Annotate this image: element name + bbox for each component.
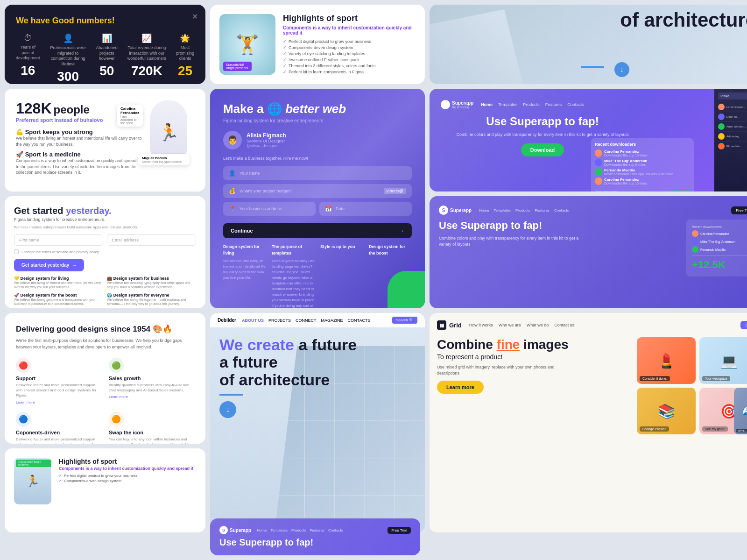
- design-item-4: 🌍 Design system for everyone We believe …: [107, 293, 196, 306]
- stats-row: ⏱ Years of pain of development 16 👤 Prof…: [16, 33, 194, 84]
- superapp-brand: Superapp Be amazing: [452, 101, 473, 109]
- submit-button[interactable]: Continue →: [223, 223, 412, 238]
- sport-badge-small: Krassetchki! Bright presents.: [16, 460, 51, 467]
- phone-row-2: Dolor sit...: [718, 112, 747, 122]
- web-profile-role: Senions UI Designer: [247, 139, 286, 143]
- img-label-5: Wind...: [736, 429, 747, 432]
- people-card: 128K people Preferred sport instead of b…: [5, 89, 205, 191]
- feat2-title: 🚀 Sport is a medicine: [16, 151, 143, 158]
- superapp-dl-logo: S Superapp: [439, 206, 472, 215]
- sport-figure-small: 🏃: [26, 475, 40, 488]
- email-input[interactable]: Email address: [107, 234, 196, 246]
- web-profile: 👨 Alisia Figmach Senions UI Designer @al…: [223, 131, 412, 149]
- feat1-desc: We believe that living an honest and int…: [16, 135, 143, 147]
- grid-images: 💄 Consider it done. 💻 Your webspace 📚 Ch…: [637, 337, 747, 434]
- web-card: Make a 🌐 better web Figma landing system…: [210, 89, 425, 308]
- design-item-1: 💛 Design system for living We believe th…: [14, 276, 103, 289]
- people-number: 128K: [16, 100, 52, 117]
- arch-line: [581, 66, 604, 68]
- phone-row-4: Adipiscing...: [718, 132, 747, 142]
- money-field-icon: 💰: [229, 188, 236, 194]
- arch-shape: [430, 9, 523, 84]
- date-field[interactable]: 📅 Date: [319, 202, 412, 216]
- recent-item-2: Mike 'The Big' Anderson Downloaded the a…: [595, 159, 690, 166]
- sales-learn-more[interactable]: Learn more: [109, 395, 194, 399]
- superapp-nav-links: Home Templates Products Features Contact…: [481, 102, 584, 107]
- good-design-desc: We're the first multi-purpose design kit…: [16, 338, 194, 350]
- img-label-2: Your webspace: [702, 376, 730, 381]
- support-learn-more[interactable]: Learn more: [16, 400, 101, 404]
- sport-card: 🏋️ Krassetchki!Bright presents. Highligh…: [210, 5, 425, 84]
- budget-field[interactable]: 💰 What's your project budget? johndo@: [223, 184, 412, 198]
- dl-total: +12.5K: [692, 255, 747, 271]
- get-started-subtitle: Figma landing system for creative entrep…: [14, 217, 196, 222]
- stat-clients: 🌟 Most promising clients 25: [176, 33, 194, 84]
- terms-checkbox[interactable]: [14, 249, 19, 254]
- arch-divider: [219, 394, 243, 396]
- name-field[interactable]: 👤 Your name: [223, 166, 412, 180]
- avatar-1: [595, 149, 602, 157]
- superapp-main: Use Superapp to fap! Combine colors and …: [441, 115, 747, 176]
- title-highlight: yesterday.: [66, 206, 111, 216]
- superapp-bottom-logo: S Superapp: [219, 526, 251, 534]
- feature-support: 🔴 Support Delivering faster and more per…: [16, 358, 101, 404]
- sport-bottom-content: Highlights of sport Components is a way …: [59, 458, 193, 484]
- good-design-title: Delivering good designs since 1954 🎨🔥: [16, 324, 194, 334]
- grid-logo-icon: ▦: [437, 320, 446, 330]
- sport-feature-2: Components-driven design system: [283, 45, 416, 50]
- address-field[interactable]: 📍 Your business address: [223, 202, 316, 216]
- icons-icon: 🟠: [109, 412, 124, 427]
- get-started-desc: We help creative entrepreneurs build awe…: [14, 225, 196, 230]
- get-started-title: Get started yesterday.: [14, 206, 196, 216]
- superapp-card: S Superapp Be amazing Home Templates Pro…: [430, 89, 747, 191]
- superapp-dl-desc: Combine colors and play with transparenc…: [439, 235, 579, 247]
- superapp-dl-free-btn[interactable]: Free Trial: [731, 206, 747, 214]
- cta-button[interactable]: Get started yesterday →: [14, 259, 84, 271]
- arch-main-title: We create a future: [219, 336, 416, 354]
- phone-row-3: Amet consect...: [718, 122, 747, 132]
- sign-button[interactable]: Sign: [740, 321, 747, 329]
- grid-content: Combine fine images To represent a produ…: [437, 337, 629, 434]
- superapp-bottom-strip: S Superapp Home Templates Products Featu…: [210, 518, 420, 555]
- arch-divider-line: [581, 66, 604, 68]
- dl-avatar-1: [692, 230, 698, 237]
- phone-avatar-4: [718, 133, 725, 140]
- feat2-desc: Components is a way to inherit customiza…: [16, 158, 143, 176]
- arch-top-title: of architecture: [620, 9, 747, 31]
- img-icon-2: 💻: [720, 353, 738, 369]
- phone-avatar-1: [718, 104, 725, 110]
- sport-subtitle: Components is a way to inherit customiza…: [283, 25, 416, 35]
- grid-nav-links: How it works Who we are What we do Conta…: [469, 323, 575, 327]
- location-icon: 📍: [229, 206, 236, 212]
- person-field-icon: 👤: [229, 170, 236, 177]
- sport-feature-5: Themed into 3 different styles, colors a…: [283, 64, 416, 68]
- people-unit: people: [54, 103, 90, 116]
- sport-content: Highlights of sport Components is a way …: [283, 14, 416, 76]
- grid-img-1: 💄 Consider it done.: [637, 337, 696, 384]
- features-grid: 🔴 Support Delivering faster and more per…: [16, 358, 194, 444]
- arch-scroll-btn[interactable]: ↓: [219, 401, 236, 418]
- numbers-title: We have Good numbers!: [16, 16, 194, 26]
- arch-scroll-button[interactable]: ↓: [614, 62, 629, 77]
- sport-image: 🏋️ Krassetchki!Bright presents.: [219, 14, 275, 75]
- superapp-desc: Combine colors and play with transparenc…: [441, 132, 644, 138]
- web-invite: Let's make a business together. Hire me …: [223, 156, 412, 161]
- chart-icon: 📊: [96, 33, 118, 43]
- download-button[interactable]: Download: [521, 143, 564, 156]
- grid-img-5: 🌊 Wind...: [734, 388, 747, 434]
- dl-user-3: Fernando Madillo: [692, 246, 747, 253]
- learn-more-button[interactable]: Learn more: [437, 381, 484, 394]
- sport-title: Highlights of sport: [283, 14, 416, 23]
- close-icon[interactable]: ✕: [192, 12, 198, 21]
- web-avatar: 👨: [223, 131, 242, 149]
- budget-placeholder: What's your project budget?: [240, 189, 292, 193]
- first-name-input[interactable]: First name: [14, 234, 103, 246]
- avatar-4: [595, 177, 602, 185]
- name-placeholder: Your name: [240, 171, 260, 176]
- stat-revenue-label: Total revenue during interaction with ou…: [127, 45, 167, 62]
- superapp-bottom-trial-btn[interactable]: Free Trial: [388, 527, 411, 534]
- sport-bottom-card: 🏃 Krassetchki! Bright presents. Highligh…: [5, 448, 205, 532]
- feat1-title: 💪 Sport keeps you strong: [16, 128, 143, 135]
- stat-revenue: 📈 Total revenue during interaction with …: [127, 33, 167, 84]
- time-icon: ⏱: [16, 33, 40, 43]
